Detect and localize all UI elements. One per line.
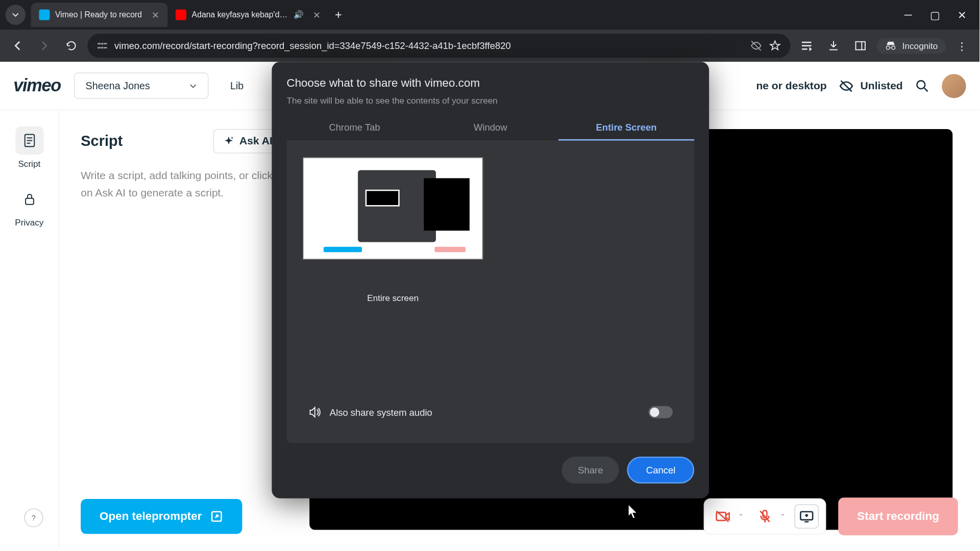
chevron-down-icon (11, 11, 19, 19)
url-text: vimeo.com/record/start-recording?record_… (114, 40, 744, 51)
dialog-tabs: Chrome Tab Window Entire Screen (286, 115, 694, 141)
library-button[interactable]: Lib (222, 74, 252, 96)
screen-control[interactable] (795, 504, 819, 528)
audio-label: Also share system audio (330, 407, 641, 417)
reload-icon (65, 40, 78, 52)
chevron-up-icon[interactable]: ⌃ (738, 513, 744, 520)
minimize-button[interactable]: ─ (901, 8, 915, 21)
screen-share-dialog: Choose what to share with vimeo.com The … (272, 62, 709, 498)
vimeo-favicon (39, 9, 50, 20)
user-name: Sheena Jones (86, 80, 183, 91)
camera-control[interactable]: ⌃ (711, 504, 743, 528)
script-placeholder[interactable]: Write a script, add talking points, or c… (81, 167, 282, 201)
svg-point-11 (887, 46, 890, 49)
sidebar-item-script[interactable]: Script (0, 118, 59, 177)
privacy-dropdown[interactable]: Unlisted (839, 79, 902, 93)
star-icon[interactable] (769, 40, 781, 52)
close-icon[interactable]: ✕ (152, 9, 160, 20)
close-button[interactable]: ✕ (955, 8, 969, 21)
teleprompter-label: Open teleprompter (100, 510, 202, 523)
sidebar: Script Privacy (0, 110, 59, 548)
media-control-icon[interactable] (796, 35, 818, 57)
mic-control[interactable]: ⌃ (753, 504, 785, 528)
forward-button[interactable] (34, 35, 55, 57)
tab-chrome[interactable]: Chrome Tab (286, 115, 422, 140)
script-panel: Script Ask AI Write a script, add talkin… (81, 129, 282, 530)
share-button[interactable]: Share (562, 457, 620, 484)
screen-thumbnail[interactable] (303, 157, 483, 259)
browser-toolbar: vimeo.com/record/start-recording?record_… (0, 30, 979, 62)
new-tab-button[interactable]: + (329, 6, 348, 24)
browser-tab[interactable]: Adana keyfasya kebap'dan 🔊 ✕ (167, 3, 329, 27)
address-bar[interactable]: vimeo.com/record/start-recording?record_… (87, 34, 791, 58)
svg-rect-9 (856, 42, 865, 50)
cancel-button[interactable]: Cancel (627, 457, 694, 484)
document-icon (22, 133, 37, 148)
site-settings-icon[interactable] (97, 40, 108, 51)
svg-rect-23 (717, 512, 726, 520)
lock-icon (22, 192, 37, 207)
svg-point-5 (101, 47, 103, 49)
browser-tab-strip: Vimeo | Ready to record ✕ Adana keyfasya… (0, 0, 979, 30)
start-recording-button[interactable]: Start recording (838, 497, 958, 535)
maximize-button[interactable]: ▢ (928, 8, 942, 21)
tab-title: Adana keyfasya kebap'dan (192, 10, 288, 19)
youtube-favicon (176, 9, 186, 20)
incognito-icon (885, 41, 897, 50)
sidebar-label: Script (18, 159, 40, 169)
svg-point-4 (101, 43, 103, 45)
svg-rect-0 (97, 43, 101, 44)
chevron-up-icon[interactable]: ⌃ (780, 513, 786, 520)
arrow-right-icon (38, 40, 51, 52)
dialog-title: Choose what to share with vimeo.com (286, 77, 694, 90)
svg-rect-1 (97, 47, 101, 48)
sidebar-label: Privacy (15, 217, 43, 228)
menu-button[interactable]: ⋮ (951, 35, 973, 57)
eye-off-icon[interactable] (750, 40, 763, 52)
side-panel-icon[interactable] (850, 35, 871, 57)
svg-text:?: ? (32, 514, 36, 522)
close-icon[interactable]: ✕ (313, 9, 321, 20)
window-controls: ─ ▢ ✕ (901, 8, 974, 21)
help-button[interactable]: ? (24, 508, 43, 527)
sidebar-item-privacy[interactable]: Privacy (0, 177, 59, 236)
ask-ai-label: Ask AI (239, 135, 273, 147)
incognito-badge[interactable]: Incognito (877, 38, 946, 53)
tab-window[interactable]: Window (423, 115, 558, 140)
svg-rect-7 (802, 45, 811, 46)
browser-tab-active[interactable]: Vimeo | Ready to record ✕ (31, 3, 168, 27)
svg-line-15 (924, 88, 928, 91)
recording-controls: ⌃ ⌃ (704, 498, 826, 535)
user-dropdown[interactable]: Sheena Jones (74, 72, 209, 98)
thumbnail-label: Entire screen (303, 293, 483, 304)
eye-off-icon (839, 79, 853, 93)
audio-toggle-row: Also share system audio (303, 397, 678, 427)
svg-point-14 (917, 81, 925, 89)
tab-entire-screen[interactable]: Entire Screen (558, 115, 694, 140)
tab-search-button[interactable] (6, 5, 26, 25)
avatar[interactable] (942, 73, 966, 97)
dialog-content: Entire screen Also share system audio (286, 141, 694, 443)
camera-off-icon (715, 510, 731, 523)
header-partial-text: ne or desktop (756, 80, 826, 92)
open-teleprompter-button[interactable]: Open teleprompter (81, 499, 242, 534)
incognito-label: Incognito (902, 41, 938, 51)
dialog-subtitle: The site will be able to see the content… (286, 95, 694, 106)
audio-icon[interactable]: 🔊 (293, 10, 304, 19)
speaker-icon (308, 406, 322, 419)
downloads-icon[interactable] (823, 35, 844, 57)
audio-toggle[interactable] (649, 406, 673, 418)
vimeo-logo[interactable]: vimeo (13, 76, 60, 96)
external-link-icon (210, 510, 223, 523)
svg-rect-2 (104, 43, 107, 44)
search-icon[interactable] (915, 79, 929, 93)
svg-rect-3 (104, 47, 107, 48)
svg-point-12 (892, 46, 895, 49)
script-title: Script (81, 133, 122, 150)
tab-title: Vimeo | Ready to record (55, 10, 142, 19)
reload-button[interactable] (61, 35, 82, 57)
chevron-down-icon (189, 82, 198, 90)
svg-rect-8 (802, 48, 807, 50)
mic-off-icon (758, 509, 772, 524)
back-button[interactable] (7, 35, 28, 57)
